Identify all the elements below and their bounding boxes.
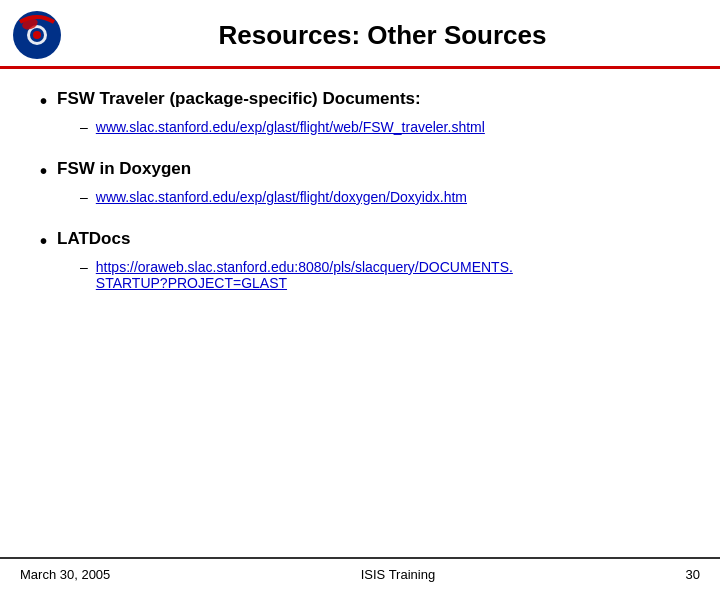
sub-bullet-3-1: – https://oraweb.slac.stanford.edu:8080/…: [80, 259, 680, 291]
sub-dash-1-1: –: [80, 119, 88, 135]
bullet-text-1: FSW Traveler (package-specific) Document…: [57, 89, 421, 109]
bullet-item-2: • FSW in Doxygen – www.slac.stanford.edu…: [40, 159, 680, 205]
link-latdocs[interactable]: https://oraweb.slac.stanford.edu:8080/pl…: [96, 259, 513, 291]
bullet-main-3: • LATDocs: [40, 229, 680, 253]
bullet-item-1: • FSW Traveler (package-specific) Docume…: [40, 89, 680, 135]
bullet-dot-1: •: [40, 89, 47, 113]
sub-dash-3-1: –: [80, 259, 88, 275]
bullet-text-2: FSW in Doxygen: [57, 159, 191, 179]
slide-content: • FSW Traveler (package-specific) Docume…: [0, 69, 720, 557]
link-doxygen[interactable]: www.slac.stanford.edu/exp/glast/flight/d…: [96, 189, 467, 205]
footer-training: ISIS Training: [361, 567, 435, 582]
bullet-item-3: • LATDocs – https://oraweb.slac.stanford…: [40, 229, 680, 291]
slide-footer: March 30, 2005 ISIS Training 30: [0, 557, 720, 590]
sub-bullet-1-1: – www.slac.stanford.edu/exp/glast/flight…: [80, 119, 680, 135]
bullet-main-1: • FSW Traveler (package-specific) Docume…: [40, 89, 680, 113]
link-latdocs-line1: https://oraweb.slac.stanford.edu:8080/pl…: [96, 259, 513, 275]
sub-dash-2-1: –: [80, 189, 88, 205]
footer-date: March 30, 2005: [20, 567, 110, 582]
footer-page: 30: [686, 567, 700, 582]
logo: [10, 10, 65, 60]
slide-title: Resources: Other Sources: [65, 20, 700, 51]
bullet-main-2: • FSW in Doxygen: [40, 159, 680, 183]
svg-point-3: [33, 31, 41, 39]
sub-bullet-2-1: – www.slac.stanford.edu/exp/glast/flight…: [80, 189, 680, 205]
bullet-dot-3: •: [40, 229, 47, 253]
bullet-dot-2: •: [40, 159, 47, 183]
title-area: Resources: Other Sources: [65, 20, 700, 51]
bullet-text-3: LATDocs: [57, 229, 130, 249]
link-fsw-traveler[interactable]: www.slac.stanford.edu/exp/glast/flight/w…: [96, 119, 485, 135]
slide: Resources: Other Sources • FSW Traveler …: [0, 0, 720, 590]
link-latdocs-line2: STARTUP?PROJECT=GLAST: [96, 275, 287, 291]
slide-header: Resources: Other Sources: [0, 0, 720, 69]
